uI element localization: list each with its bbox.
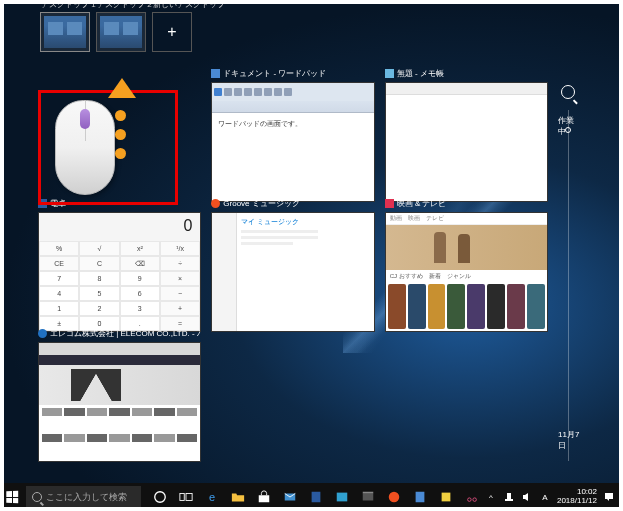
windows-logo-icon: [6, 491, 18, 504]
svg-rect-2: [186, 494, 192, 501]
task-view-icon[interactable]: [173, 483, 199, 511]
taskbar-search[interactable]: ここに入力して検索: [26, 486, 141, 508]
movie-poster: [467, 284, 485, 329]
calc-display: 0: [39, 213, 200, 241]
movies-taskbar-icon[interactable]: [355, 483, 381, 511]
volume-icon[interactable]: [521, 491, 533, 503]
calc-key: 1: [39, 301, 79, 316]
timeline-scrollbar[interactable]: 作業中 11月7日: [558, 85, 578, 461]
virtual-desktops-bar: デスクトップ 1 デスクトップ 2 新しいデスクトップ +: [40, 12, 192, 52]
task-movies-title: 映画 & テレビ: [397, 198, 447, 209]
wordpad-content: ワードパッドの画面です。: [212, 113, 373, 135]
movies-tab: テレビ: [426, 214, 444, 223]
calc-key: 8: [79, 271, 119, 286]
task-wordpad-title: ドキュメント - ワードパッド: [223, 68, 326, 79]
groove-taskbar-icon[interactable]: [381, 483, 407, 511]
ime-icon[interactable]: A: [539, 491, 551, 503]
movies-subtab: 新着: [429, 272, 441, 281]
task-edge-browser[interactable]: エレコム株式会社 | ELECOM CO.,LTD. - パソコン・スマ...: [38, 342, 201, 462]
photos-icon[interactable]: [329, 483, 355, 511]
calc-key: ⌫: [120, 256, 160, 271]
svg-rect-7: [363, 492, 374, 494]
timeline-date-label: 11月7日: [558, 429, 586, 451]
timeline-search-icon[interactable]: [561, 85, 575, 99]
movie-poster: [428, 284, 446, 329]
svg-rect-10: [442, 493, 451, 502]
task-notepad-title: 無題 - メモ帳: [397, 68, 444, 79]
movie-poster: [388, 284, 406, 329]
task-edge-title: エレコム株式会社 | ELECOM CO.,LTD. - パソコン・スマ...: [50, 328, 201, 339]
svg-rect-14: [505, 499, 513, 501]
new-desktop-label: 新しいデスクトップ: [153, 0, 225, 10]
edge-taskbar-icon[interactable]: e: [199, 483, 225, 511]
calc-key: 3: [120, 301, 160, 316]
movies-tab: 映画: [408, 214, 420, 223]
edge-icon: [38, 329, 47, 338]
scroll-dots-icon: [115, 110, 126, 159]
svg-point-0: [155, 492, 166, 503]
svg-rect-4: [312, 492, 321, 503]
groove-icon: [211, 199, 220, 208]
movie-poster: [507, 284, 525, 329]
desktop-2-thumb[interactable]: デスクトップ 2: [96, 12, 146, 52]
new-desktop-button[interactable]: 新しいデスクトップ +: [152, 12, 192, 52]
svg-point-11: [468, 498, 472, 502]
calc-key: ÷: [160, 256, 200, 271]
mouse-illustration: [55, 100, 115, 195]
svg-rect-9: [416, 492, 425, 503]
mail-icon[interactable]: [277, 483, 303, 511]
calc-key: +: [160, 301, 200, 316]
calc-key: −: [160, 286, 200, 301]
calc-key: 4: [39, 286, 79, 301]
task-wordpad[interactable]: ドキュメント - ワードパッド ワードパッドの画面です。: [211, 82, 374, 202]
wordpad-taskbar-icon[interactable]: [407, 483, 433, 511]
tray-up-icon[interactable]: ^: [485, 491, 497, 503]
sticky-notes-icon[interactable]: [433, 483, 459, 511]
svg-rect-5: [337, 493, 348, 502]
explorer-icon[interactable]: [225, 483, 251, 511]
task-calculator[interactable]: 電卓 0 %√x²¹/xCEC⌫÷789×456−123+±0.=: [38, 212, 201, 332]
task-groove-music[interactable]: Groove ミュージック マイ ミュージック: [211, 212, 374, 332]
system-tray: ^ A 10:02 2018/11/12: [485, 488, 623, 506]
task-groove-title: Groove ミュージック: [223, 198, 299, 209]
movies-tab: 動画: [390, 214, 402, 223]
calc-key: 5: [79, 286, 119, 301]
timeline-marker[interactable]: [565, 127, 571, 133]
calc-key: x²: [120, 241, 160, 256]
movie-poster: [487, 284, 505, 329]
start-button[interactable]: [0, 483, 24, 511]
store-icon[interactable]: [251, 483, 277, 511]
calc-key: 7: [39, 271, 79, 286]
calc-key: 6: [120, 286, 160, 301]
taskbar-clock[interactable]: 10:02 2018/11/12: [557, 488, 597, 506]
svg-point-8: [389, 492, 400, 503]
movies-icon: [385, 199, 394, 208]
desktop-2-label: デスクトップ 2: [97, 0, 152, 10]
task-movies-tv[interactable]: 映画 & テレビ 動画映画テレビ CJ おすすめ新着ジャンル: [385, 212, 548, 332]
calculator-taskbar-icon[interactable]: [303, 483, 329, 511]
taskbar: ここに入力して検索 e ^ A 10:02 2018/11/12: [0, 483, 623, 511]
cortana-icon[interactable]: [147, 483, 173, 511]
desktop-1-thumb[interactable]: デスクトップ 1: [40, 12, 90, 52]
movies-subtab: CJ おすすめ: [390, 272, 423, 281]
calc-key: %: [39, 241, 79, 256]
calc-key: C: [79, 256, 119, 271]
calc-key: CE: [39, 256, 79, 271]
network-icon[interactable]: [503, 491, 515, 503]
svg-rect-6: [363, 494, 374, 501]
arrow-up-icon: [108, 78, 136, 98]
task-notepad[interactable]: 無題 - メモ帳: [385, 82, 548, 202]
taskbar-pinned-apps: e: [147, 483, 485, 511]
movie-poster: [527, 284, 545, 329]
mouse-scroll-wheel: [80, 109, 90, 129]
clock-date: 2018/11/12: [557, 497, 597, 506]
calc-key: ×: [160, 271, 200, 286]
wordpad-icon: [211, 69, 220, 78]
search-placeholder: ここに入力して検索: [46, 491, 127, 504]
notifications-icon[interactable]: [603, 491, 615, 503]
snip-icon[interactable]: [459, 483, 485, 511]
svg-point-12: [473, 498, 477, 502]
calc-key: 9: [120, 271, 160, 286]
movie-poster: [447, 284, 465, 329]
plus-icon: +: [167, 23, 176, 41]
